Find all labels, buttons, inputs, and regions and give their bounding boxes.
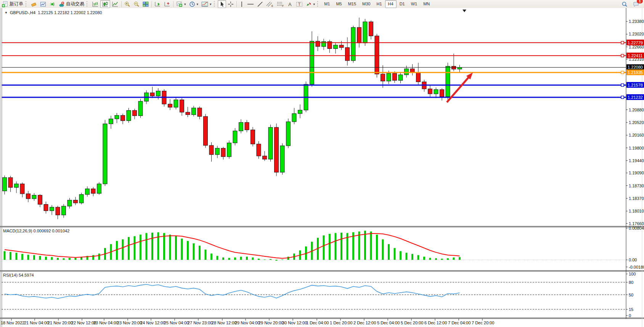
svg-text:1.20520: 1.20520 (629, 120, 644, 125)
svg-text:50: 50 (629, 293, 633, 297)
symbol-dropdown-caret[interactable]: ▼ (5, 11, 8, 14)
svg-text:A: A (288, 2, 292, 7)
svg-text:1.22411: 1.22411 (628, 53, 643, 58)
tile-windows-button[interactable] (141, 0, 150, 8)
zoom-in-button[interactable] (123, 0, 132, 8)
svg-text:7 Dec 04:00: 7 Dec 04:00 (448, 321, 471, 325)
highlighter-button[interactable] (29, 0, 39, 8)
svg-text:18 Nov 2022: 18 Nov 2022 (1, 321, 24, 325)
line-chart-icon (112, 1, 119, 7)
zoom-out-button[interactable] (132, 0, 141, 8)
timeframe-h1[interactable]: H1 (374, 0, 385, 8)
svg-text:1.19440: 1.19440 (629, 158, 644, 163)
equidistant-channel-tool[interactable]: E (265, 0, 275, 8)
svg-text:E: E (271, 5, 273, 7)
level-anchor-square (621, 84, 624, 86)
timeframe-m1[interactable]: M1 (321, 0, 333, 8)
price-badge: 1.22779 (626, 40, 644, 45)
level-anchor-square (621, 96, 624, 98)
cursor-tool-button[interactable] (218, 0, 226, 8)
timeframe-mn[interactable]: MN (420, 0, 433, 8)
timeframe-m30[interactable]: M30 (359, 0, 373, 8)
bar-chart-mode-button[interactable] (90, 0, 100, 8)
svg-text:100: 100 (629, 272, 636, 276)
toolbar-drag-handle[interactable] (26, 1, 28, 7)
chart-window-icon (40, 1, 46, 7)
svg-text:1.17660: 1.17660 (629, 221, 644, 226)
svg-text:27 Nov 23:00: 27 Nov 23:00 (188, 321, 212, 325)
svg-text:5 Dec 04:00: 5 Dec 04:00 (377, 321, 400, 325)
timeframe-d1[interactable]: D1 (397, 0, 408, 8)
chart-title: ▼ GBPUSD-,H4 1.22125 1.22182 1.22002 1.2… (5, 10, 102, 15)
svg-text:80: 80 (629, 280, 633, 285)
arrows-dropdown[interactable] (304, 0, 317, 8)
crosshair-icon (228, 1, 234, 7)
svg-text:15: 15 (629, 307, 633, 312)
svg-text:1.19800: 1.19800 (629, 146, 644, 150)
new-chart-dropdown[interactable] (175, 0, 188, 8)
line-chart-mode-button[interactable] (110, 0, 120, 8)
svg-text:1.21578: 1.21578 (628, 83, 643, 87)
indicators-dropdown[interactable] (200, 0, 213, 8)
svg-text:1.18370: 1.18370 (629, 196, 644, 201)
arrows-icon (306, 1, 312, 7)
chart-shift-button[interactable] (162, 0, 172, 8)
svg-text:1.20160: 1.20160 (629, 133, 644, 137)
toolbar-drag-handle[interactable] (87, 1, 89, 7)
chart-shift-icon (164, 1, 170, 7)
toolbar-drag-handle[interactable] (214, 1, 216, 7)
svg-text:1.23380: 1.23380 (629, 19, 644, 24)
svg-text:23 Nov 04:00: 23 Nov 04:00 (93, 321, 118, 325)
search-button[interactable] (620, 0, 629, 8)
svg-text:1.18010: 1.18010 (629, 209, 644, 213)
candlestick-mode-button[interactable] (100, 0, 110, 8)
notifications-button[interactable]: 1 (631, 0, 641, 8)
chart-window-button[interactable] (39, 0, 48, 8)
svg-text:-0.001807: -0.001807 (629, 265, 644, 269)
svg-text:T: T (298, 2, 300, 6)
new-order-icon (2, 1, 8, 7)
timeframe-m15[interactable]: M15 (345, 0, 359, 8)
cursor-icon (219, 1, 225, 7)
svg-text:1 Dec 20:00: 1 Dec 20:00 (330, 321, 352, 325)
clock-icon (189, 1, 195, 7)
toolbar: 新订单 自动交易 (0, 0, 644, 8)
text-label-tool[interactable]: T (294, 0, 304, 8)
level-anchor-square (621, 71, 624, 74)
svg-text:7 Dec 20:00: 7 Dec 20:00 (472, 321, 494, 325)
toolbar-separator (121, 1, 122, 7)
toolbar-separator (151, 1, 152, 7)
toolbar-drag-handle[interactable] (317, 1, 320, 7)
price-badge: 1.21935 (626, 69, 644, 75)
fibonacci-tool[interactable]: F (275, 0, 286, 8)
svg-text:0.00: 0.00 (629, 258, 637, 262)
horizontal-line-tool[interactable] (246, 0, 255, 8)
crosshair-tool-button[interactable] (226, 0, 235, 8)
zoom-in-icon (124, 1, 130, 7)
vertical-line-tool[interactable] (238, 0, 246, 8)
price-chart[interactable]: 1.233801.230201.226601.223101.208801.205… (0, 8, 644, 327)
timeframe-w1[interactable]: W1 (408, 0, 421, 8)
price-badge: 1.21578 (626, 82, 644, 88)
svg-text:1.22080: 1.22080 (628, 65, 643, 69)
macd-indicator-label: MACD(12,26,9) 0.000692 0.001042 (3, 229, 69, 233)
autotrading-label: 自动交易 (66, 1, 84, 7)
svg-text:1.22779: 1.22779 (628, 40, 643, 45)
timeframe-h4[interactable]: H4 (385, 0, 397, 8)
svg-text:1.21232: 1.21232 (628, 95, 643, 100)
svg-text:21 Nov 04:00: 21 Nov 04:00 (24, 321, 49, 325)
trendline-tool[interactable] (255, 0, 265, 8)
signal-button[interactable] (48, 0, 57, 8)
svg-text:1.18730: 1.18730 (629, 184, 644, 188)
text-tool[interactable]: A (286, 0, 294, 8)
svg-text:1 Dec 04:00: 1 Dec 04:00 (306, 321, 329, 325)
auto-scroll-button[interactable] (153, 0, 162, 8)
zoom-out-icon (133, 1, 140, 7)
candlestick-icon (102, 1, 109, 7)
autotrading-button[interactable]: 自动交易 (57, 0, 86, 8)
timeframe-m5[interactable]: M5 (333, 0, 345, 8)
new-order-button[interactable]: 新订单 (0, 0, 25, 8)
profiles-dropdown[interactable] (188, 0, 200, 8)
svg-text:2 Dec 12:00: 2 Dec 12:00 (353, 321, 376, 325)
rsi-indicator-label: RSI(14) 54.5974 (3, 273, 34, 277)
